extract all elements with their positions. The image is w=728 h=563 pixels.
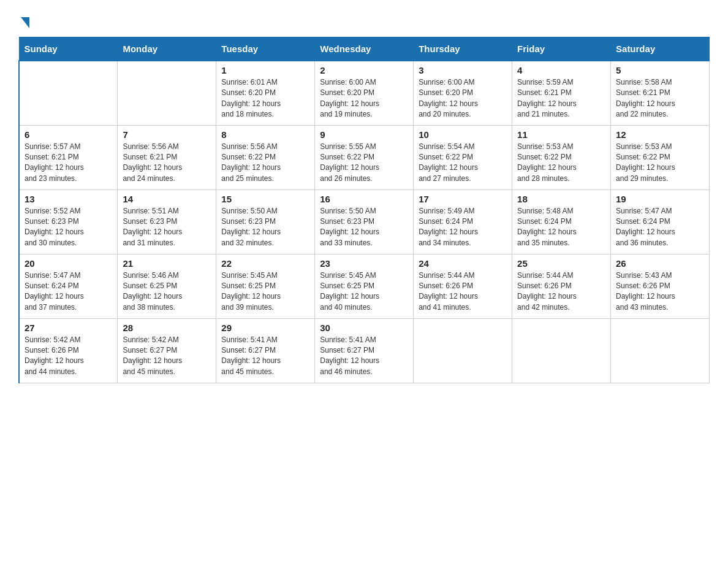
calendar-cell: 10Sunrise: 5:54 AM Sunset: 6:22 PM Dayli…	[414, 125, 512, 190]
day-info: Sunrise: 6:01 AM Sunset: 6:20 PM Dayligh…	[221, 77, 309, 120]
calendar-header-row: SundayMondayTuesdayWednesdayThursdayFrid…	[19, 37, 710, 61]
calendar-cell: 21Sunrise: 5:46 AM Sunset: 6:25 PM Dayli…	[118, 254, 216, 318]
day-info: Sunrise: 5:42 AM Sunset: 6:27 PM Dayligh…	[123, 335, 211, 378]
day-info: Sunrise: 6:00 AM Sunset: 6:20 PM Dayligh…	[419, 77, 507, 120]
day-number: 15	[221, 194, 309, 204]
calendar-cell: 30Sunrise: 5:41 AM Sunset: 6:27 PM Dayli…	[315, 318, 414, 383]
day-number: 27	[25, 323, 112, 333]
calendar-cell: 16Sunrise: 5:50 AM Sunset: 6:23 PM Dayli…	[315, 190, 414, 254]
day-number: 1	[221, 65, 309, 75]
calendar-cell: 14Sunrise: 5:51 AM Sunset: 6:23 PM Dayli…	[118, 190, 216, 254]
logo-arrow-icon	[21, 17, 29, 28]
calendar-cell	[512, 318, 611, 383]
calendar-cell: 8Sunrise: 5:56 AM Sunset: 6:22 PM Daylig…	[216, 125, 315, 190]
day-info: Sunrise: 5:41 AM Sunset: 6:27 PM Dayligh…	[320, 335, 408, 378]
day-info: Sunrise: 5:51 AM Sunset: 6:23 PM Dayligh…	[123, 206, 211, 249]
day-number: 30	[320, 323, 408, 333]
calendar-cell: 9Sunrise: 5:55 AM Sunset: 6:22 PM Daylig…	[315, 125, 414, 190]
day-number: 6	[25, 129, 112, 140]
calendar-cell: 18Sunrise: 5:48 AM Sunset: 6:24 PM Dayli…	[512, 190, 611, 254]
day-number: 14	[123, 194, 211, 204]
day-info: Sunrise: 5:54 AM Sunset: 6:22 PM Dayligh…	[419, 142, 507, 185]
day-info: Sunrise: 5:57 AM Sunset: 6:21 PM Dayligh…	[25, 142, 112, 185]
calendar-cell: 13Sunrise: 5:52 AM Sunset: 6:23 PM Dayli…	[19, 190, 118, 254]
page-header	[18, 12, 710, 26]
day-number: 25	[517, 258, 605, 269]
calendar-cell: 20Sunrise: 5:47 AM Sunset: 6:24 PM Dayli…	[19, 254, 118, 318]
calendar-cell	[19, 61, 118, 125]
day-number: 23	[320, 258, 408, 269]
day-info: Sunrise: 6:00 AM Sunset: 6:20 PM Dayligh…	[320, 77, 408, 120]
calendar-cell: 19Sunrise: 5:47 AM Sunset: 6:24 PM Dayli…	[611, 190, 710, 254]
calendar-cell: 27Sunrise: 5:42 AM Sunset: 6:26 PM Dayli…	[19, 318, 118, 383]
day-number: 24	[419, 258, 507, 269]
day-number: 21	[123, 258, 211, 269]
calendar-cell: 25Sunrise: 5:44 AM Sunset: 6:26 PM Dayli…	[512, 254, 611, 318]
day-number: 20	[25, 258, 112, 269]
calendar-week-row: 6Sunrise: 5:57 AM Sunset: 6:21 PM Daylig…	[19, 125, 710, 190]
day-info: Sunrise: 5:56 AM Sunset: 6:22 PM Dayligh…	[221, 142, 309, 185]
day-info: Sunrise: 5:53 AM Sunset: 6:22 PM Dayligh…	[616, 142, 704, 185]
day-number: 11	[517, 129, 605, 140]
day-number: 29	[221, 323, 309, 333]
calendar-cell: 7Sunrise: 5:56 AM Sunset: 6:21 PM Daylig…	[118, 125, 216, 190]
day-info: Sunrise: 5:47 AM Sunset: 6:24 PM Dayligh…	[616, 206, 704, 249]
calendar-cell: 22Sunrise: 5:45 AM Sunset: 6:25 PM Dayli…	[216, 254, 315, 318]
day-number: 16	[320, 194, 408, 204]
column-header-monday: Monday	[118, 37, 216, 61]
day-info: Sunrise: 5:43 AM Sunset: 6:26 PM Dayligh…	[616, 270, 704, 313]
day-info: Sunrise: 5:46 AM Sunset: 6:25 PM Dayligh…	[123, 270, 211, 313]
day-number: 2	[320, 65, 408, 75]
calendar-cell: 11Sunrise: 5:53 AM Sunset: 6:22 PM Dayli…	[512, 125, 611, 190]
calendar-cell: 5Sunrise: 5:58 AM Sunset: 6:21 PM Daylig…	[611, 61, 710, 125]
column-header-sunday: Sunday	[19, 37, 118, 61]
calendar-cell: 29Sunrise: 5:41 AM Sunset: 6:27 PM Dayli…	[216, 318, 315, 383]
day-info: Sunrise: 5:59 AM Sunset: 6:21 PM Dayligh…	[517, 77, 605, 120]
day-number: 19	[616, 194, 704, 204]
day-info: Sunrise: 5:45 AM Sunset: 6:25 PM Dayligh…	[221, 270, 309, 313]
calendar-cell: 12Sunrise: 5:53 AM Sunset: 6:22 PM Dayli…	[611, 125, 710, 190]
calendar-cell: 1Sunrise: 6:01 AM Sunset: 6:20 PM Daylig…	[216, 61, 315, 125]
calendar-cell	[118, 61, 216, 125]
day-info: Sunrise: 5:42 AM Sunset: 6:26 PM Dayligh…	[25, 335, 112, 378]
day-number: 17	[419, 194, 507, 204]
day-number: 10	[419, 129, 507, 140]
calendar-cell: 23Sunrise: 5:45 AM Sunset: 6:25 PM Dayli…	[315, 254, 414, 318]
column-header-wednesday: Wednesday	[315, 37, 414, 61]
day-info: Sunrise: 5:58 AM Sunset: 6:21 PM Dayligh…	[616, 77, 704, 120]
day-number: 12	[616, 129, 704, 140]
day-info: Sunrise: 5:53 AM Sunset: 6:22 PM Dayligh…	[517, 142, 605, 185]
calendar-cell: 2Sunrise: 6:00 AM Sunset: 6:20 PM Daylig…	[315, 61, 414, 125]
calendar-cell: 26Sunrise: 5:43 AM Sunset: 6:26 PM Dayli…	[611, 254, 710, 318]
day-number: 28	[123, 323, 211, 333]
calendar-week-row: 20Sunrise: 5:47 AM Sunset: 6:24 PM Dayli…	[19, 254, 710, 318]
day-number: 22	[221, 258, 309, 269]
day-info: Sunrise: 5:56 AM Sunset: 6:21 PM Dayligh…	[123, 142, 211, 185]
day-number: 7	[123, 129, 211, 140]
calendar-table: SundayMondayTuesdayWednesdayThursdayFrid…	[18, 37, 710, 383]
day-info: Sunrise: 5:49 AM Sunset: 6:24 PM Dayligh…	[419, 206, 507, 249]
day-info: Sunrise: 5:52 AM Sunset: 6:23 PM Dayligh…	[25, 206, 112, 249]
day-info: Sunrise: 5:50 AM Sunset: 6:23 PM Dayligh…	[320, 206, 408, 249]
calendar-cell: 24Sunrise: 5:44 AM Sunset: 6:26 PM Dayli…	[414, 254, 512, 318]
calendar-cell: 6Sunrise: 5:57 AM Sunset: 6:21 PM Daylig…	[19, 125, 118, 190]
calendar-cell	[611, 318, 710, 383]
calendar-week-row: 13Sunrise: 5:52 AM Sunset: 6:23 PM Dayli…	[19, 190, 710, 254]
day-number: 13	[25, 194, 112, 204]
day-number: 5	[616, 65, 704, 75]
calendar-cell: 15Sunrise: 5:50 AM Sunset: 6:23 PM Dayli…	[216, 190, 315, 254]
column-header-tuesday: Tuesday	[216, 37, 315, 61]
calendar-cell: 3Sunrise: 6:00 AM Sunset: 6:20 PM Daylig…	[414, 61, 512, 125]
day-info: Sunrise: 5:48 AM Sunset: 6:24 PM Dayligh…	[517, 206, 605, 249]
day-number: 8	[221, 129, 309, 140]
logo	[18, 12, 29, 26]
column-header-saturday: Saturday	[611, 37, 710, 61]
calendar-cell	[414, 318, 512, 383]
day-info: Sunrise: 5:50 AM Sunset: 6:23 PM Dayligh…	[221, 206, 309, 249]
calendar-cell: 4Sunrise: 5:59 AM Sunset: 6:21 PM Daylig…	[512, 61, 611, 125]
day-info: Sunrise: 5:55 AM Sunset: 6:22 PM Dayligh…	[320, 142, 408, 185]
day-info: Sunrise: 5:47 AM Sunset: 6:24 PM Dayligh…	[25, 270, 112, 313]
day-number: 3	[419, 65, 507, 75]
day-info: Sunrise: 5:45 AM Sunset: 6:25 PM Dayligh…	[320, 270, 408, 313]
column-header-thursday: Thursday	[414, 37, 512, 61]
